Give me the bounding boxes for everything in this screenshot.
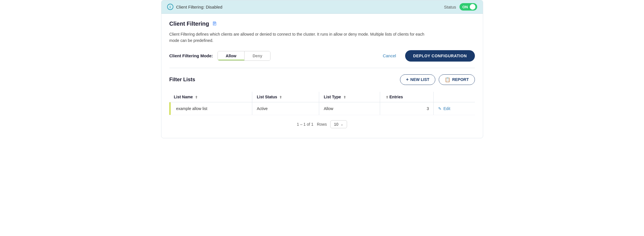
report-label: REPORT [452, 77, 469, 82]
mode-row: Client Filtering Mode: Allow Deny Cancel… [169, 50, 475, 62]
pagination-row: 1 – 1 of 1 Rows 10 ⌄ [169, 115, 475, 131]
plus-icon: + [406, 77, 409, 82]
list-type-value: Allow [324, 106, 333, 111]
edit-label: Edit [443, 106, 450, 111]
deploy-button[interactable]: DEPLOY CONFIGURATION [405, 50, 475, 62]
new-list-label: NEW LIST [410, 77, 429, 82]
rows-value: 10 [334, 122, 339, 127]
section-title: Client Filtering 🖹 [169, 21, 475, 27]
col-list-name: List Name ⇧ [169, 92, 252, 102]
filter-actions: + NEW LIST 📋 REPORT [400, 74, 475, 85]
list-name-text: example allow list [174, 106, 208, 111]
sort-icon-list-name: ⇧ [195, 95, 198, 99]
filter-lists-title: Filter Lists [169, 77, 195, 83]
report-button[interactable]: 📋 REPORT [439, 74, 475, 85]
divider [169, 68, 475, 68]
status-toggle[interactable]: ON [460, 3, 477, 11]
rows-per-page-select[interactable]: 10 ⌄ [330, 120, 347, 128]
edit-icon: ✎ [438, 106, 442, 111]
banner-title: Client Filtering: Disabled [176, 5, 223, 9]
mode-toggle: Allow Deny [218, 51, 271, 61]
sort-icon-entries: ⇧ [386, 95, 388, 99]
list-action-cell: ✎ Edit [434, 102, 475, 115]
toggle-circle [470, 4, 475, 10]
list-name-cell: example allow list [169, 102, 252, 115]
new-list-button[interactable]: + NEW LIST [400, 74, 435, 85]
mode-allow-button[interactable]: Allow [218, 51, 245, 60]
mode-label: Client Filtering Mode: [169, 53, 213, 58]
report-icon: 📋 [445, 77, 450, 82]
col-actions [434, 92, 475, 102]
pagination-info: 1 – 1 of 1 [297, 122, 313, 127]
main-content: Client Filtering 🖹 Client Filtering defi… [161, 14, 483, 138]
col-list-type: List Type ⇧ [319, 92, 380, 102]
edit-button[interactable]: ✎ Edit [438, 106, 450, 111]
list-type-cell: Allow [319, 102, 380, 115]
filter-table: List Name ⇧ List Status ⇧ List Type ⇧ ⇧ … [169, 92, 475, 115]
toggle-text: ON [462, 5, 468, 9]
page-title: Client Filtering [169, 21, 209, 27]
col-entries: ⇧ Entries [380, 92, 434, 102]
table-row: example allow list Active Allow 3 ✎ [169, 102, 475, 115]
list-status-value: Active [257, 106, 268, 111]
list-status-cell: Active [252, 102, 319, 115]
chevron-down-icon: ⌄ [341, 122, 343, 126]
cancel-button[interactable]: Cancel [378, 51, 401, 60]
top-banner: i Client Filtering: Disabled Status ON [161, 0, 483, 14]
list-entries-cell: 3 [380, 102, 434, 115]
table-header: List Name ⇧ List Status ⇧ List Type ⇧ ⇧ … [169, 92, 475, 102]
section-description: Client Filtering defines which clients a… [169, 31, 426, 44]
mode-deny-button[interactable]: Deny [245, 51, 270, 60]
info-icon: i [167, 4, 173, 10]
sort-icon-list-type: ⇧ [343, 95, 346, 99]
list-entries-value: 3 [427, 106, 429, 111]
filter-lists-header: Filter Lists + NEW LIST 📋 REPORT [169, 74, 475, 85]
sort-icon-list-status: ⇧ [279, 95, 282, 99]
document-icon: 🖹 [212, 21, 217, 27]
status-label: Status [444, 5, 456, 9]
rows-label: Rows [317, 122, 327, 127]
col-list-status: List Status ⇧ [252, 92, 319, 102]
